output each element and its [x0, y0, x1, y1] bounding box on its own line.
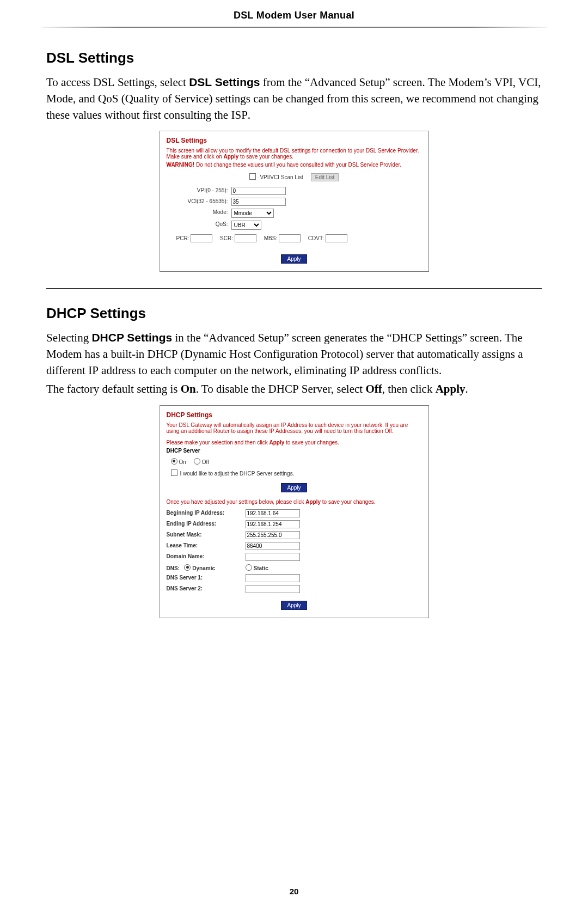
dsl-panel: DSL Settings This screen will allow you …	[160, 131, 429, 272]
dhcp-apply-button-1[interactable]: Apply	[281, 483, 307, 492]
dns2-label: DNS Server 2:	[167, 585, 246, 593]
qos-params-row: PCR: SCR: MBS: CDVT:	[176, 234, 422, 242]
text: DHCP Settings	[91, 331, 172, 344]
qos-select[interactable]: UBR	[231, 221, 261, 230]
text: .	[248, 108, 250, 121]
text: Apply	[224, 154, 239, 160]
dns1-label: DNS Server 1:	[167, 574, 246, 582]
dhcp-note: Once you have adjusted your settings bel…	[167, 499, 422, 505]
text: The factory default setting is	[46, 382, 181, 395]
dns-label: DNS:	[167, 565, 180, 571]
text: , then click	[382, 382, 436, 395]
text: DHCP	[268, 382, 299, 395]
on-radio[interactable]	[171, 458, 177, 465]
dsl-panel-desc: This screen will allow you to modify the…	[167, 148, 422, 160]
warning-prefix: WARNING!	[167, 162, 195, 168]
text: from the “Advanced Setup” screen. The Mo…	[260, 76, 494, 89]
dns1-input[interactable]	[246, 574, 300, 582]
header-title: DSL Modem User Manual	[46, 10, 542, 21]
text: address to each computer on the network,…	[99, 364, 350, 377]
cdvt-label: CDVT:	[308, 235, 324, 241]
dhcp-apply-button-2[interactable]: Apply	[281, 601, 307, 610]
subnet-input[interactable]	[246, 531, 300, 539]
vci-label: VCI(32 - 65535):	[167, 198, 229, 206]
text: Apply	[305, 499, 321, 505]
dns-static-radio[interactable]	[246, 564, 252, 571]
dsl-apply-button[interactable]: Apply	[281, 254, 307, 264]
page: DSL Modem User Manual DSL Settings To ac…	[0, 0, 588, 909]
text: DSL	[93, 76, 115, 89]
dns-dynamic-radio[interactable]	[184, 564, 191, 571]
text: On	[181, 382, 196, 395]
text: in the “Advanced Setup” screen generates…	[172, 331, 391, 344]
text: Once you have adjusted your settings bel…	[167, 499, 306, 505]
begin-ip-input[interactable]	[246, 509, 300, 517]
dsl-form-grid: VPI(0 - 255): VCI(32 - 65535): Mode: Mmo…	[167, 187, 422, 230]
dsl-panel-title: DSL Settings	[167, 137, 422, 144]
dsl-apply-row: Apply	[167, 254, 422, 264]
text: address conflicts.	[359, 364, 442, 377]
text: Apply	[270, 440, 285, 446]
text: Off	[365, 382, 382, 395]
dhcp-server-label: DHCP Server	[167, 448, 422, 454]
dhcp-apply-row-2: Apply	[167, 601, 422, 610]
edit-list-button[interactable]: Edit List	[311, 173, 339, 181]
section-divider	[46, 288, 542, 289]
text: to save your changes.	[321, 499, 376, 505]
end-ip-label: Ending IP Address:	[167, 520, 246, 528]
dhcp-desc1: Your DSL Gateway will automatically assi…	[167, 422, 422, 434]
off-radio[interactable]	[194, 458, 200, 465]
warning-text: Do not change these values until you hav…	[194, 162, 401, 168]
dhcp-desc2: Please make your selection and then clic…	[167, 440, 422, 446]
pcr-label: PCR:	[176, 235, 189, 241]
dhcp-paragraph-1: Selecting DHCP Settings in the “Advanced…	[46, 330, 542, 379]
pcr-input[interactable]	[191, 234, 212, 242]
text: . To disable the	[196, 382, 268, 395]
end-ip-input[interactable]	[246, 520, 300, 528]
text: Server, select	[299, 382, 366, 395]
vpi-input[interactable]	[231, 187, 286, 195]
dhcp-panel: DHCP Settings Your DSL Gateway will auto…	[160, 405, 429, 618]
vpi-label: VPI(0 - 255):	[167, 187, 229, 195]
mbs-label: MBS:	[264, 235, 277, 241]
page-number: 20	[0, 887, 588, 896]
text: Please make your selection and then clic…	[167, 440, 270, 446]
lease-input[interactable]	[246, 542, 300, 550]
cdvt-input[interactable]	[326, 234, 347, 242]
text: DSL Settings	[189, 76, 260, 88]
mode-label: Mode:	[167, 209, 229, 218]
dns-dynamic-label: Dynamic	[192, 565, 215, 571]
dsl-heading: DSL Settings	[46, 50, 542, 66]
adjust-checkbox[interactable]	[171, 469, 177, 476]
domain-input[interactable]	[246, 553, 300, 561]
text: .	[465, 382, 468, 395]
dhcp-apply-row-1: Apply	[167, 483, 422, 492]
dns2-input[interactable]	[246, 585, 300, 593]
dhcp-heading: DHCP Settings	[46, 305, 542, 322]
dns-row: DNS: Dynamic	[167, 564, 246, 571]
text: DHCP	[392, 331, 422, 344]
off-label: Off	[202, 459, 209, 465]
dsl-paragraph: To access DSL Settings, select DSL Setti…	[46, 74, 542, 123]
subnet-label: Subnet Mask:	[167, 531, 246, 539]
scan-list-label: VPI/VCI Scan List	[260, 174, 303, 180]
text: IP	[350, 364, 360, 377]
text: DHCP	[147, 347, 177, 361]
vci-input[interactable]	[231, 198, 286, 206]
qos-label: QoS:	[167, 221, 229, 230]
scr-input[interactable]	[235, 234, 256, 242]
mbs-input[interactable]	[279, 234, 301, 242]
scan-list-checkbox[interactable]	[249, 173, 256, 180]
dsl-warning: WARNING! Do not change these values unti…	[167, 162, 422, 168]
lease-label: Lease Time:	[167, 542, 246, 550]
text: Apply	[436, 382, 465, 395]
text: To access	[46, 76, 93, 89]
domain-label: Domain Name:	[167, 553, 246, 561]
mode-select[interactable]: Mmode	[231, 209, 274, 218]
text: ISP	[231, 108, 247, 121]
dhcp-paragraph-2: The factory default setting is On. To di…	[46, 381, 542, 398]
text: Settings, select	[115, 76, 189, 89]
dhcp-form-grid: Beginning IP Address: Ending IP Address:…	[167, 509, 422, 593]
scr-label: SCR:	[220, 235, 233, 241]
adjust-label: I would like to adjust the DHCP Server s…	[180, 471, 295, 477]
